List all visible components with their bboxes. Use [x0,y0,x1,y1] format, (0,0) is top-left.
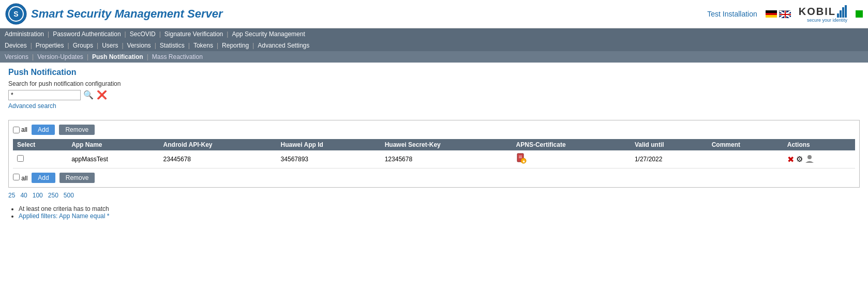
svg-point-19 [807,155,812,159]
page-link-25[interactable]: 25 [8,192,15,199]
nav-secovid[interactable]: SecOVID [128,30,157,38]
all-label-top: all [21,126,27,133]
signal-icon [837,5,847,18]
col-huawei-app-id: Huawei App Id [277,139,381,150]
page-link-500[interactable]: 500 [64,192,74,199]
subnav-versions[interactable]: Versions [3,53,30,61]
row-select-cell [13,150,67,169]
apns-cert-icon: ★ [516,157,527,165]
flag-de[interactable] [766,10,777,18]
table-row: appMassTest 23445678 34567893 12345678 ★ [13,150,855,169]
all-checkbox-label-bottom: all [13,174,27,182]
nav-groups[interactable]: Groups [71,41,95,50]
kobil-tagline: secure your identity [807,18,847,23]
col-actions: Actions [783,139,855,150]
row-android-api-key: 23445678 [159,150,277,169]
subnav-mass-reactivation[interactable]: Mass Reactivation [151,53,204,61]
top-controls: all Add Remove [13,125,855,135]
nav-app-security[interactable]: App Security Management [230,30,306,38]
info-list: At least one criteria has to match Appli… [8,205,860,220]
nav-administration[interactable]: Administration [3,30,46,38]
nav-reporting[interactable]: Reporting [220,41,250,50]
subnav-push-notification[interactable]: Push Notification [91,53,145,61]
col-apns-cert: APNS-Certificate [512,139,631,150]
nav-users[interactable]: Users [100,41,119,50]
nav-devices[interactable]: Devices [3,41,28,50]
col-huawei-secret-key: Huawei Secret-Key [381,139,512,150]
col-comment: Comment [708,139,783,150]
test-installation-label: Test Installation [707,10,757,18]
search-icon[interactable]: 🔍 [83,89,94,100]
nav-tokens[interactable]: Tokens [192,41,215,50]
certificate-icon: ★ [516,152,527,164]
nav-bar1: Administration | Password Authentication… [0,28,868,40]
row-apns-cert: ★ [512,150,631,169]
nav-properties[interactable]: Properties [34,41,66,50]
search-label: Search for push notification configurati… [8,80,860,87]
kobil-logo: KOBIL secure your identity [799,5,847,23]
page-title: Push Notification [8,68,860,77]
svg-text:★: ★ [521,159,525,164]
add-button-top[interactable]: Add [32,125,55,135]
green-indicator[interactable] [856,10,863,18]
nav-password-auth[interactable]: Password Authentication [51,30,122,38]
logo-icon: S [5,3,27,25]
nav-advanced-settings[interactable]: Advanced Settings [256,41,311,50]
col-valid-until: Valid until [631,139,708,150]
header: S Smart Security Management Server Test … [0,0,868,28]
row-actions: ✖ ⚙ [783,150,855,169]
push-notification-table: Select App Name Android API-Key Huawei A… [13,139,855,169]
search-row: 🔍 ❌ [8,89,860,100]
select-all-checkbox-top[interactable] [13,127,20,133]
row-valid-until: 1/27/2022 [631,150,708,169]
search-input[interactable] [8,90,81,100]
pagination: 25 40 100 250 500 [8,192,860,199]
page-link-100[interactable]: 100 [33,192,43,199]
advanced-search-link[interactable]: Advanced search [8,102,56,110]
all-checkbox-label: all [13,126,27,133]
remove-button-bottom[interactable]: Remove [59,173,95,183]
all-label-bottom: all [21,175,27,182]
row-huawei-app-id: 34567893 [277,150,381,169]
nav-statistics[interactable]: Statistics [158,41,186,50]
clear-search-icon[interactable]: ❌ [96,89,108,100]
svg-rect-13 [845,5,847,18]
info-prefix: Applied filters: [19,212,59,220]
row-comment [708,150,783,169]
col-select: Select [13,139,67,150]
kobil-brand: KOBIL [799,6,836,18]
flag-gb[interactable] [779,10,790,18]
row-app-name: appMassTest [67,150,159,169]
actions-cell: ✖ ⚙ [787,154,851,165]
svg-rect-11 [840,10,842,18]
nav-versions[interactable]: Versions [126,41,153,50]
page-link-250[interactable]: 250 [48,192,58,199]
info-item-2: Applied filters: App Name equal * [19,212,860,220]
page-link-40[interactable]: 40 [20,192,27,199]
header-right: Test Installation KOBIL [707,5,863,23]
logo-area: S Smart Security Management Server [5,3,223,25]
subnav-bar: Versions | Version-Updates | Push Notifi… [0,51,868,63]
svg-rect-12 [842,7,844,18]
row-huawei-secret-key: 12345678 [381,150,512,169]
user-icon[interactable] [805,154,814,165]
info-item-1: At least one criteria has to match [19,205,860,212]
svg-rect-10 [837,13,839,18]
flags [766,10,790,18]
add-button-bottom[interactable]: Add [32,173,55,183]
edit-icon[interactable]: ⚙ [796,155,803,164]
delete-icon[interactable]: ✖ [787,155,794,164]
col-app-name: App Name [67,139,159,150]
col-android-api-key: Android API-Key [159,139,277,150]
table-container: all Add Remove Select App Name Android A… [8,120,860,188]
svg-text:S: S [13,10,18,18]
subnav-version-updates[interactable]: Version-Updates [36,53,85,61]
nav-bar2: Devices | Properties | Groups | Users | … [0,40,868,51]
select-all-checkbox-bottom[interactable] [13,174,20,180]
info-highlight: App Name equal * [59,212,109,220]
nav-signature[interactable]: Signature Verification [163,30,225,38]
remove-button-top[interactable]: Remove [59,125,95,135]
app-title: Smart Security Management Server [31,7,223,21]
row-checkbox[interactable] [17,155,24,162]
table-body: appMassTest 23445678 34567893 12345678 ★ [13,150,855,169]
